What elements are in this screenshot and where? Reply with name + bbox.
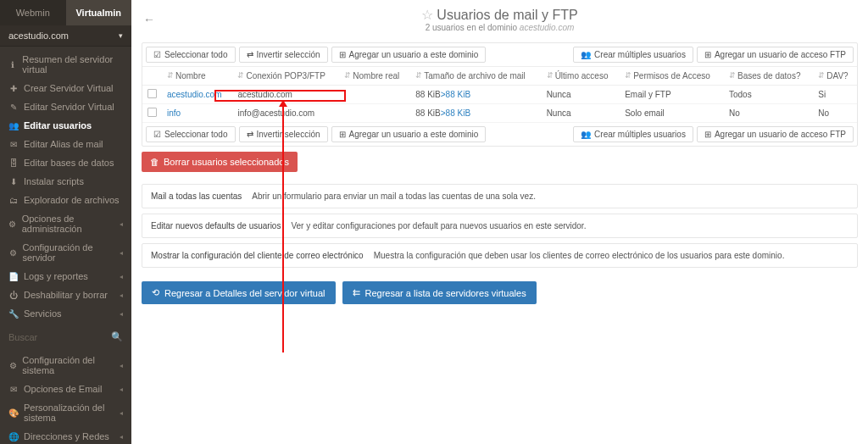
sidebar-item-label: Editar bases de datos bbox=[24, 158, 114, 168]
sidebar-item[interactable]: 🔧Servicios◂ bbox=[0, 304, 131, 323]
chevron-right-icon: ◂ bbox=[120, 310, 123, 318]
sidebar-item[interactable]: ✚Crear Servidor Virtual bbox=[0, 79, 131, 97]
tab-webmin[interactable]: Webmin bbox=[0, 0, 66, 25]
menu-icon: ✎ bbox=[8, 103, 19, 112]
option-desc: Abrir un formulario para enviar un mail … bbox=[252, 191, 536, 201]
sidebar-item-label: Personalización del sistema bbox=[24, 402, 114, 423]
chevron-right-icon: ◂ bbox=[120, 433, 123, 441]
top-tabs: Webmin Virtualmin bbox=[0, 0, 131, 25]
menu-icon: 📄 bbox=[8, 272, 19, 281]
option-row[interactable]: Mail a todas las cuentasAbrir un formula… bbox=[142, 184, 858, 208]
star-icon[interactable]: ☆ bbox=[421, 8, 433, 22]
trash-icon: 🗑 bbox=[150, 157, 159, 167]
table-row: infoinfo@acestudio.com88 KiB>88 KiBNunca… bbox=[142, 104, 857, 123]
option-row[interactable]: Editar nuevos defaults de usuariosVer y … bbox=[142, 214, 858, 238]
sidebar-item-label: Deshabilitar y borrar bbox=[24, 290, 108, 300]
menu-icon: ⚙ bbox=[8, 219, 17, 229]
sidebar-item[interactable]: ⚙Configuración del sistema◂ bbox=[0, 351, 131, 380]
sidebar-item[interactable]: 📄Logs y reportes◂ bbox=[0, 267, 131, 286]
sidebar-item-label: Direcciones y Redes bbox=[24, 431, 109, 441]
option-label: Editar nuevos defaults de usuarios bbox=[151, 221, 281, 230]
menu-icon: 🔧 bbox=[8, 309, 19, 319]
select-all-button-b[interactable]: ☑Seleccionar todo bbox=[146, 126, 236, 142]
main: ← ☆Usuarios de mail y FTP 2 usuarios en … bbox=[131, 0, 868, 444]
menu-icon: ⏻ bbox=[8, 291, 19, 300]
chevron-right-icon: ◂ bbox=[120, 362, 123, 369]
search-icon: 🔍 bbox=[111, 331, 123, 342]
sidebar-item-label: Instalar scripts bbox=[24, 176, 84, 186]
sidebar-item[interactable]: 🎨Personalización del sistema◂ bbox=[0, 398, 131, 427]
add-user-button-b[interactable]: ⊞Agregar un usuario a este dominio bbox=[331, 126, 487, 142]
plus-icon: ⊞ bbox=[704, 50, 711, 59]
toolbar-bottom: ☑Seleccionar todo ⇄Invertir selección ⊞A… bbox=[142, 123, 857, 146]
sidebar-item[interactable]: ✎Editar Servidor Virtual bbox=[0, 97, 131, 116]
sidebar-item[interactable]: 🌐Direcciones y Redes◂ bbox=[0, 427, 131, 444]
sidebar-item[interactable]: ℹResumen del servidor virtual bbox=[0, 50, 131, 79]
back-to-details-button[interactable]: ⟲Regresar a Detalles del servidor virtua… bbox=[142, 281, 336, 304]
menu-icon: ℹ bbox=[8, 60, 17, 69]
menu-icon: 🌐 bbox=[8, 432, 19, 441]
sidebar-item-label: Editar Alias de mail bbox=[24, 139, 103, 149]
sidebar-item-label: Opciones de Email bbox=[24, 384, 102, 394]
list-icon: ⇇ bbox=[353, 287, 360, 298]
add-ftp-user-button[interactable]: ⊞Agregar un usuario de acceso FTP bbox=[697, 47, 854, 63]
sidebar-item[interactable]: ✉Opciones de Email◂ bbox=[0, 380, 131, 398]
create-multiple-button[interactable]: 👥Crear múltiples usuarios bbox=[573, 47, 693, 63]
sidebar-item[interactable]: ⬇Instalar scripts bbox=[0, 172, 131, 191]
option-label: Mail a todas las cuentas bbox=[151, 191, 242, 201]
sidebar-item-label: Editar Servidor Virtual bbox=[24, 102, 114, 112]
menu-icon: 🗂 bbox=[8, 196, 19, 205]
chevron-right-icon: ◂ bbox=[120, 409, 123, 417]
row-checkbox[interactable] bbox=[147, 89, 157, 98]
user-name-link[interactable]: acestudio.com bbox=[167, 90, 221, 99]
sidebar-item[interactable]: ⚙Configuración de servidor◂ bbox=[0, 238, 131, 267]
tab-virtualmin[interactable]: Virtualmin bbox=[66, 0, 132, 25]
chevron-right-icon: ◂ bbox=[120, 249, 123, 257]
sidebar-item[interactable]: 🗂Explorador de archivos bbox=[0, 191, 131, 209]
sidebar-item-label: Configuración de servidor bbox=[22, 242, 114, 263]
mail-size-link[interactable]: >88 KiB bbox=[441, 90, 470, 99]
sidebar: Webmin Virtualmin acestudio.com ▾ ℹResum… bbox=[0, 0, 131, 444]
invert-button-b[interactable]: ⇄Invertir selección bbox=[239, 126, 328, 142]
option-row[interactable]: Mostrar la configuración del cliente de … bbox=[142, 243, 858, 268]
toolbar-top: ☑Seleccionar todo ⇄Invertir selección ⊞A… bbox=[142, 43, 857, 67]
domain-name: acestudio.com bbox=[8, 31, 69, 41]
sidebar-item[interactable]: ⏻Deshabilitar y borrar◂ bbox=[0, 286, 131, 304]
menu-icon: ⬇ bbox=[8, 177, 19, 186]
add-ftp-user-button-b[interactable]: ⊞Agregar un usuario de acceso FTP bbox=[697, 126, 854, 142]
users-panel: ☑Seleccionar todo ⇄Invertir selección ⊞A… bbox=[142, 42, 858, 147]
sidebar-search[interactable]: Buscar 🔍 bbox=[0, 326, 131, 347]
menu-icon: ✚ bbox=[8, 84, 19, 93]
sidebar-item[interactable]: 🗄Editar bases de datos bbox=[0, 153, 131, 172]
sidebar-item[interactable]: ✉Editar Alias de mail bbox=[0, 135, 131, 153]
user-name-link[interactable]: info bbox=[167, 108, 181, 118]
page-title: ☆Usuarios de mail y FTP bbox=[162, 7, 837, 23]
arrow-left-icon: ⟲ bbox=[152, 287, 159, 298]
sidebar-item-label: Configuración del sistema bbox=[22, 355, 114, 375]
sidebar-item-label: Explorador de archivos bbox=[24, 195, 120, 205]
row-checkbox[interactable] bbox=[147, 108, 157, 117]
menu-icon: ✉ bbox=[8, 385, 19, 394]
sidebar-item[interactable]: 👥Editar usuarios bbox=[0, 116, 131, 135]
create-multiple-button-b[interactable]: 👥Crear múltiples usuarios bbox=[573, 126, 693, 142]
delete-selected-button[interactable]: 🗑Borrar usuarios seleccionados bbox=[142, 152, 298, 172]
add-user-button[interactable]: ⊞Agregar un usuario a este dominio bbox=[331, 47, 487, 63]
chevron-right-icon: ◂ bbox=[120, 220, 123, 228]
menu-icon: 🗄 bbox=[8, 158, 19, 168]
mail-size-link[interactable]: >88 KiB bbox=[441, 108, 470, 118]
option-desc: Ver y editar configuraciones por default… bbox=[291, 221, 586, 230]
menu-icon: 🎨 bbox=[8, 408, 19, 418]
select-all-button[interactable]: ☑Seleccionar todo bbox=[146, 47, 236, 63]
sidebar-item[interactable]: ⚙Opciones de administración◂ bbox=[0, 209, 131, 238]
back-to-list-button[interactable]: ⇇Regresar a lista de servidores virtuale… bbox=[342, 281, 537, 304]
sidebar-item-label: Editar usuarios bbox=[24, 120, 92, 130]
back-arrow-icon[interactable]: ← bbox=[143, 13, 155, 26]
chevron-down-icon: ▾ bbox=[119, 31, 123, 40]
chevron-right-icon: ◂ bbox=[120, 273, 123, 280]
option-label: Mostrar la configuración del cliente de … bbox=[151, 251, 364, 260]
option-desc: Muestra la configuración que deben usar … bbox=[374, 251, 785, 260]
domain-selector[interactable]: acestudio.com ▾ bbox=[0, 25, 131, 47]
menu-icon: ✉ bbox=[8, 140, 19, 149]
invert-button[interactable]: ⇄Invertir selección bbox=[239, 47, 328, 63]
plus-icon: ⊞ bbox=[339, 50, 346, 59]
